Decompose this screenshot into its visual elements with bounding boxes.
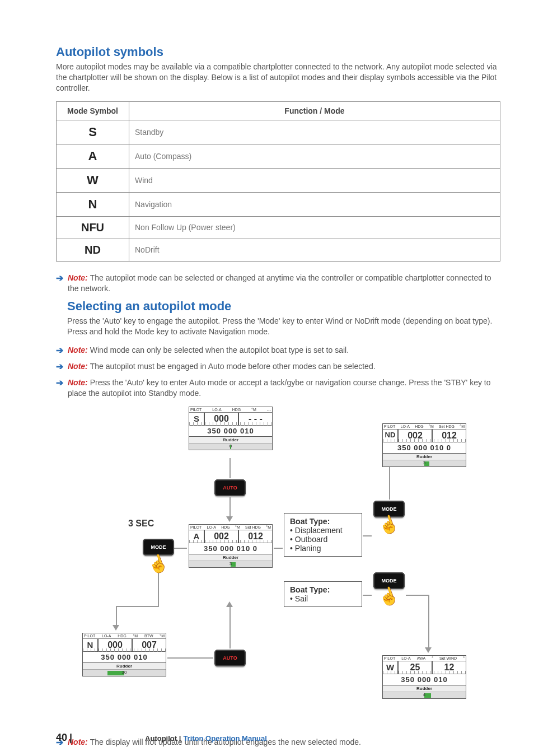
th-function-mode: Function / Mode xyxy=(129,101,500,120)
panel-wind: PILOTLO-AAWA°Set WIND° W 25 12 350 000 0… xyxy=(382,655,466,699)
mode-flow-diagram: PILOTLO-AHDG°M--- S 000 - - - 350 000 01… xyxy=(82,407,474,726)
note-2: ➔ Note:Wind mode can only be selected wh… xyxy=(56,345,500,356)
table-row: SStandby xyxy=(57,120,500,144)
arrow-icon: ➔ xyxy=(56,273,63,283)
table-row: NNavigation xyxy=(57,192,500,216)
note-1: ➔ Note:The autopilot mode can be selecte… xyxy=(56,273,500,294)
boat-type-box-power: Boat Type: • Displacement • Outboard • P… xyxy=(284,513,362,557)
mode-symbol-table: Mode Symbol Function / Mode SStandby AAu… xyxy=(56,101,500,262)
arrow-icon: ➔ xyxy=(56,377,63,388)
page-footer: 40 | Autopilot | Triton Operation Manual xyxy=(56,732,500,744)
table-row: NFUNon Follow Up (Power steer) xyxy=(57,216,500,239)
note-4: ➔ Note:Press the 'Auto' key to enter Aut… xyxy=(56,377,500,399)
heading-selecting-mode: Selecting an autopilot mode xyxy=(67,299,500,314)
heading-autopilot-symbols: Autopilot symbols xyxy=(56,45,500,59)
boat-type-box-sail: Boat Type: • Sail xyxy=(284,581,362,607)
arrow-icon: ➔ xyxy=(56,345,63,356)
intro-paragraph: More autopilot modes may be available vi… xyxy=(56,62,500,94)
auto-key: AUTO xyxy=(214,650,246,666)
auto-key: AUTO xyxy=(214,479,246,496)
three-sec-label: 3 SEC xyxy=(128,519,154,529)
panel-standby: PILOTLO-AHDG°M--- S 000 - - - 350 000 01… xyxy=(189,407,273,450)
th-mode-symbol: Mode Symbol xyxy=(57,101,129,120)
table-row: WWind xyxy=(57,168,500,192)
panel-navigation: PILOTLO-AHDG°MBTW°M N 000 007 350 000 01… xyxy=(82,633,166,676)
panel-auto: PILOTLO-AHDG°MSet HDG°M A 002 012 350 00… xyxy=(189,524,273,568)
table-row: AAuto (Compass) xyxy=(57,144,500,168)
note-3: ➔ Note:The autopilot must be engaged in … xyxy=(56,361,500,372)
selecting-paragraph: Press the 'Auto' key to engage the autop… xyxy=(67,316,500,337)
table-row: NDNoDrift xyxy=(57,239,500,261)
arrow-icon: ➔ xyxy=(56,361,63,372)
page-number: 40 xyxy=(56,732,67,744)
panel-nodrift: PILOTLO-AHDG°MSet HDG°M ND 002 012 350 0… xyxy=(382,423,466,467)
